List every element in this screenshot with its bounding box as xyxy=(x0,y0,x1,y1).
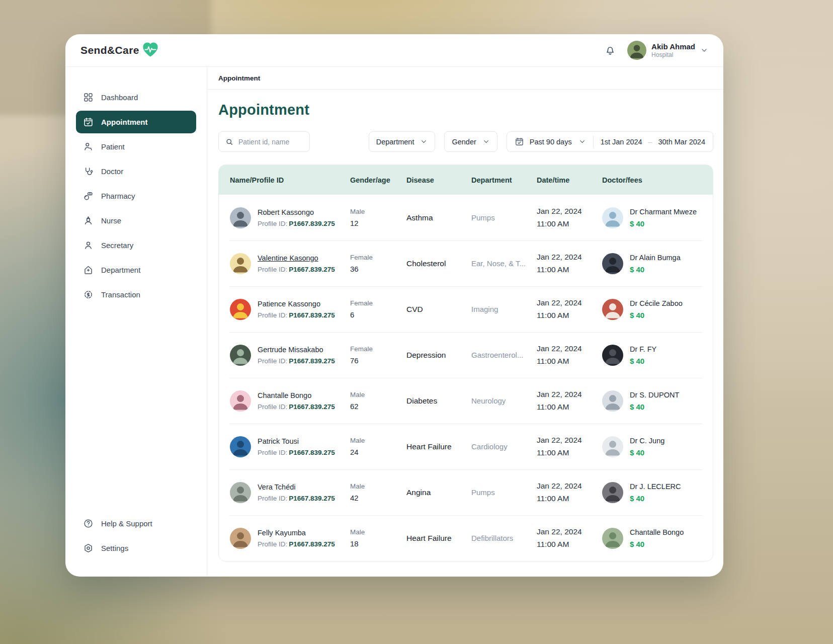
patient-avatar xyxy=(230,482,251,503)
column-header: Gender/age xyxy=(350,176,406,184)
gender: Female xyxy=(350,254,406,261)
sidebar-item-nurse[interactable]: Nurse xyxy=(76,209,196,232)
chevron-down-icon xyxy=(578,138,586,145)
notification-bell-icon[interactable] xyxy=(604,44,616,56)
sidebar-item-label: Help & Support xyxy=(101,519,152,528)
time: 11:00 AM xyxy=(537,311,602,320)
user-menu[interactable]: Akib Ahmad Hospital xyxy=(627,41,708,60)
doctor-fee: $ 40 xyxy=(630,540,684,548)
time: 11:00 AM xyxy=(537,540,602,549)
gender-age-cell: Male 42 xyxy=(350,482,406,502)
doctor-avatar xyxy=(602,436,623,457)
sidebar-item-transaction[interactable]: Transaction xyxy=(76,283,196,306)
pills-icon xyxy=(83,191,94,201)
sidebar-item-dashboard[interactable]: Dashboard xyxy=(76,86,196,109)
disease: Heart Failure xyxy=(406,442,471,451)
profile-id: Profile ID:P1667.839.275 xyxy=(258,540,335,548)
table-row[interactable]: Chantalle Bongo Profile ID:P1667.839.275… xyxy=(219,378,713,424)
patient-name[interactable]: Patrick Tousi xyxy=(258,437,335,446)
table-row[interactable]: Patrick Tousi Profile ID:P1667.839.275 M… xyxy=(219,424,713,469)
age: 42 xyxy=(350,494,406,502)
date-range-filter[interactable]: Past 90 days 1st Jan 2024 – 30th Mar 202… xyxy=(507,131,713,152)
chevron-down-icon xyxy=(700,46,708,54)
patient-name[interactable]: Chantalle Bongo xyxy=(258,391,335,400)
person-icon xyxy=(83,240,94,251)
coin-icon xyxy=(83,289,94,300)
profile-id: Profile ID:P1667.839.275 xyxy=(258,403,335,411)
search-input[interactable] xyxy=(238,138,303,146)
chevron-down-icon xyxy=(420,138,428,145)
doctor-avatar xyxy=(602,299,623,320)
gender: Male xyxy=(350,482,406,490)
calendar-icon xyxy=(515,137,524,146)
table-header-row: Name/Profile IDGender/ageDiseaseDepartme… xyxy=(219,165,713,195)
age: 6 xyxy=(350,310,406,319)
brand-name: Send&Care xyxy=(80,44,139,56)
content: Appointment Department Gender xyxy=(207,90,723,577)
department: Pumps xyxy=(471,213,537,222)
sidebar-item-help[interactable]: Help & Support xyxy=(76,512,196,535)
time: 11:00 AM xyxy=(537,494,602,503)
patient-cell: Chantalle Bongo Profile ID:P1667.839.275 xyxy=(230,390,350,412)
date: Jan 22, 2024 xyxy=(537,527,602,536)
datetime-cell: Jan 22, 2024 11:00 AM xyxy=(537,207,602,228)
patient-name[interactable]: Robert Kassongo xyxy=(258,208,335,217)
doctor-cell: Dr J. LECLERC $ 40 xyxy=(602,482,702,503)
sidebar-item-patient[interactable]: Patient xyxy=(76,135,196,158)
doctor-name: Dr C. Jung xyxy=(630,436,664,446)
patient-name[interactable]: Felly Kayumba xyxy=(258,528,335,538)
sidebar-item-settings[interactable]: Settings xyxy=(76,537,196,559)
doctor-avatar xyxy=(602,207,623,228)
profile-id: Profile ID:P1667.839.275 xyxy=(258,220,335,227)
department-dropdown-label: Department xyxy=(376,138,414,146)
breadcrumb[interactable]: Appointment xyxy=(218,74,260,82)
gender-age-cell: Male 18 xyxy=(350,528,406,548)
table-row[interactable]: Valentine Kasongo Profile ID:P1667.839.2… xyxy=(219,240,713,286)
gender: Male xyxy=(350,391,406,398)
doctor-fee: $ 40 xyxy=(630,357,656,365)
table-row[interactable]: Felly Kayumba Profile ID:P1667.839.275 M… xyxy=(219,515,713,561)
sidebar-item-label: Settings xyxy=(101,544,128,552)
sidebar-item-doctor[interactable]: Doctor xyxy=(76,160,196,183)
patient-cell: Vera Tchédi Profile ID:P1667.839.275 xyxy=(230,482,350,503)
disease: Angina xyxy=(406,488,471,497)
department: Defibrillators xyxy=(471,534,537,542)
gender-age-cell: Female 6 xyxy=(350,299,406,319)
profile-id: Profile ID:P1667.839.275 xyxy=(258,266,335,273)
doctor-fee: $ 40 xyxy=(630,265,681,274)
user-name: Akib Ahmad xyxy=(651,42,695,52)
sidebar-item-appointment[interactable]: Appointment xyxy=(76,111,196,133)
sidebar-item-secretary[interactable]: Secretary xyxy=(76,234,196,257)
profile-id: Profile ID:P1667.839.275 xyxy=(258,311,335,319)
datetime-cell: Jan 22, 2024 11:00 AM xyxy=(537,253,602,274)
table-row[interactable]: Robert Kassongo Profile ID:P1667.839.275… xyxy=(219,195,713,240)
datetime-cell: Jan 22, 2024 11:00 AM xyxy=(537,436,602,457)
user-role: Hospital xyxy=(651,51,695,58)
sidebar-item-department[interactable]: Department xyxy=(76,259,196,281)
table-row[interactable]: Gertrude Missakabo Profile ID:P1667.839.… xyxy=(219,332,713,378)
time: 11:00 AM xyxy=(537,265,602,274)
doctor-avatar xyxy=(602,345,623,366)
table-row[interactable]: Vera Tchédi Profile ID:P1667.839.275 Mal… xyxy=(219,469,713,515)
settings-icon xyxy=(83,543,94,553)
gender-age-cell: Male 12 xyxy=(350,208,406,227)
gender: Female xyxy=(350,345,406,353)
gender: Male xyxy=(350,528,406,536)
sidebar-item-label: Dashboard xyxy=(101,93,138,102)
gender-dropdown[interactable]: Gender xyxy=(444,131,497,152)
sidebar-item-pharmacy[interactable]: Pharmacy xyxy=(76,185,196,207)
patient-name[interactable]: Patience Kassongo xyxy=(258,299,335,309)
patient-name[interactable]: Gertrude Missakabo xyxy=(258,345,335,355)
department-dropdown[interactable]: Department xyxy=(369,131,436,152)
doctor-name: Dr Cécile Zaboo xyxy=(630,299,683,308)
patient-cell: Felly Kayumba Profile ID:P1667.839.275 xyxy=(230,528,350,549)
doctor-avatar xyxy=(602,390,623,412)
patient-icon xyxy=(83,141,94,152)
table-row[interactable]: Patience Kassongo Profile ID:P1667.839.2… xyxy=(219,286,713,332)
patient-name[interactable]: Vera Tchédi xyxy=(258,482,335,492)
sidebar-footer: Help & Support Settings xyxy=(76,512,196,561)
patient-avatar xyxy=(230,528,251,549)
user-avatar xyxy=(627,41,646,60)
sidebar-item-label: Pharmacy xyxy=(101,192,135,200)
patient-name[interactable]: Valentine Kasongo xyxy=(258,254,335,263)
